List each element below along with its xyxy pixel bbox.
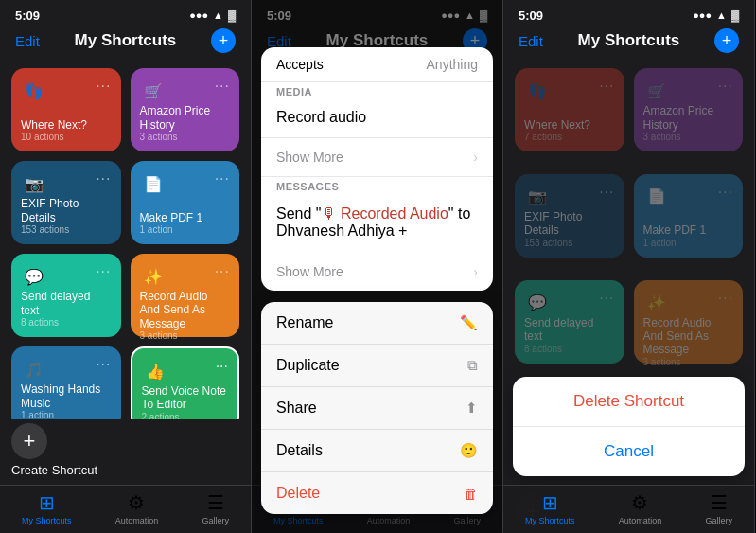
tab-automation-left[interactable]: ⚙ Automation: [115, 491, 159, 525]
card-label-r6: Record Audio And Send As Message: [643, 316, 734, 357]
automation-icon-r: ⚙: [631, 491, 648, 514]
record-audio-row[interactable]: Record audio: [261, 98, 493, 138]
section-media-label: MEDIA: [261, 82, 493, 98]
card-label-amazon: Amazon Price History: [140, 104, 231, 132]
context-menu: Rename ✏️ Duplicate ⧉ Share ⬆ Details 🙂 …: [261, 302, 493, 514]
ctx-rename-label: Rename: [276, 314, 333, 331]
card-actions-where-next: 10 actions: [21, 132, 112, 142]
card-more-record[interactable]: ···: [215, 263, 230, 280]
card-where-next-right[interactable]: 👣 ··· Where Next? 7 actions: [515, 68, 624, 151]
card-amazon-right[interactable]: 🛒 ··· Amazon Price History 3 actions: [634, 68, 744, 151]
tab-gallery-right[interactable]: ☰ Gallery: [705, 491, 732, 525]
time-left: 5:09: [15, 9, 40, 23]
battery-icon: ▓: [228, 9, 236, 21]
card-pdf-left[interactable]: 📄 ··· Make PDF 1 1 action: [131, 161, 240, 244]
ctx-rename[interactable]: Rename ✏️: [261, 302, 493, 345]
card-label-washing: Washing Hands Music: [21, 382, 112, 410]
edit-button-left[interactable]: Edit: [15, 33, 40, 49]
card-icon-voice: 👍: [142, 358, 168, 384]
battery-icon-r: ▓: [731, 9, 739, 21]
my-shortcuts-icon-r: ⊞: [542, 491, 558, 514]
card-label-r2: Amazon Price History: [643, 104, 734, 132]
gallery-tab-label: Gallery: [202, 516, 229, 525]
card-actions-r4: 1 action: [643, 238, 734, 248]
status-bar-left: 5:09 ●●● ▲ ▓: [0, 0, 251, 27]
nav-bar-right: Edit My Shortcuts +: [503, 27, 754, 61]
chevron-right-1: ›: [473, 150, 478, 165]
card-actions-r2: 3 actions: [643, 132, 734, 142]
ctx-duplicate[interactable]: Duplicate ⧉: [261, 345, 493, 387]
cancel-label: Cancel: [604, 442, 654, 460]
my-shortcuts-tab-label-r: My Shortcuts: [525, 516, 575, 525]
ctx-share-label: Share: [276, 400, 317, 417]
card-more-where-next[interactable]: ···: [96, 78, 111, 95]
card-more-washing[interactable]: ···: [96, 356, 111, 373]
card-actions-r5: 8 actions: [524, 344, 615, 354]
card-more-amazon[interactable]: ···: [215, 78, 230, 95]
page-title-left: My Shortcuts: [75, 31, 177, 50]
my-shortcuts-icon: ⊞: [39, 491, 55, 514]
card-label-pdf: Make PDF 1: [140, 211, 231, 224]
card-actions-delayed: 8 actions: [21, 317, 112, 328]
ctx-delete[interactable]: Delete 🗑: [261, 472, 493, 514]
card-delayed-right[interactable]: 💬 ··· Send delayed text 8 actions: [515, 280, 624, 364]
card-voice-left[interactable]: 👍 ··· Send Voice Note To Editor 2 action…: [131, 346, 240, 419]
status-bar-right: 5:09 ●●● ▲ ▓: [503, 0, 754, 27]
gallery-icon: ☰: [207, 491, 224, 514]
ctx-delete-label: Delete: [276, 485, 320, 502]
show-more-2-text: Show More: [276, 264, 343, 279]
tab-my-shortcuts-right[interactable]: ⊞ My Shortcuts: [525, 491, 575, 525]
edit-button-right[interactable]: Edit: [519, 33, 543, 49]
chevron-right-2: ›: [473, 264, 478, 279]
card-actions-record: 3 actions: [140, 330, 231, 341]
gallery-icon-r: ☰: [711, 491, 728, 514]
card-washing-left[interactable]: 🎵 ··· Washing Hands Music 1 action: [11, 346, 121, 419]
show-more-1-row[interactable]: Show More ›: [261, 138, 493, 177]
left-panel: 5:09 ●●● ▲ ▓ Edit My Shortcuts + 👣 ··· W…: [0, 0, 252, 533]
card-more-pdf[interactable]: ···: [215, 170, 230, 187]
card-label-where-next: Where Next?: [21, 118, 112, 132]
ctx-share[interactable]: Share ⬆: [261, 387, 493, 430]
card-more-exif[interactable]: ···: [96, 170, 111, 187]
add-shortcut-button-left[interactable]: +: [211, 28, 236, 53]
card-amazon-left[interactable]: 🛒 ··· Amazon Price History 3 actions: [131, 68, 240, 151]
card-record-left[interactable]: ✨ ··· Record Audio And Send As Message 3…: [131, 254, 240, 337]
preview-sheet: Accepts Anything MEDIA Record audio Show…: [261, 47, 493, 291]
shortcuts-grid-left: 👣 ··· Where Next? 10 actions 🛒 ··· Amazo…: [0, 61, 251, 419]
card-icon-amazon: 🛒: [140, 78, 167, 104]
tab-bar-left: ⊞ My Shortcuts ⚙ Automation ☰ Gallery: [0, 485, 251, 533]
send-text: Send "🎙 Recorded Audio" to Dhvanesh Adhi…: [276, 205, 470, 239]
tab-automation-right[interactable]: ⚙ Automation: [619, 491, 662, 525]
tab-gallery-left[interactable]: ☰ Gallery: [202, 491, 229, 525]
card-label-r4: Make PDF 1: [643, 223, 734, 237]
card-more-delayed[interactable]: ···: [96, 263, 111, 280]
card-actions-amazon: 3 actions: [140, 132, 231, 142]
card-pdf-right[interactable]: 📄 ··· Make PDF 1 1 action: [634, 174, 744, 258]
details-icon: 🙂: [460, 442, 478, 459]
card-more-voice[interactable]: ···: [216, 358, 228, 375]
card-label-delayed: Send delayed text: [21, 290, 112, 317]
card-label-exif: EXIF Photo Details: [21, 197, 112, 224]
share-icon: ⬆: [466, 400, 478, 417]
card-exif-left[interactable]: 📷 ··· EXIF Photo Details 153 actions: [11, 161, 121, 244]
card-delayed-left[interactable]: 💬 ··· Send delayed text 8 actions: [11, 254, 121, 337]
show-more-2-row[interactable]: Show More ›: [261, 253, 493, 291]
cancel-delete-button[interactable]: Cancel: [513, 427, 745, 476]
card-where-next-left[interactable]: 👣 ··· Where Next? 10 actions: [11, 68, 121, 151]
ctx-details[interactable]: Details 🙂: [261, 430, 493, 472]
card-label-r1: Where Next?: [524, 118, 615, 132]
add-shortcut-button-right[interactable]: +: [714, 28, 739, 53]
add-button-left[interactable]: +: [11, 423, 47, 459]
automation-tab-label-r: Automation: [619, 516, 662, 525]
card-exif-right[interactable]: 📷 ··· EXIF Photo Details 153 actions: [515, 174, 624, 258]
ctx-duplicate-label: Duplicate: [276, 357, 340, 374]
delete-shortcut-label: Delete Shortcut: [573, 392, 684, 410]
card-icon-exif: 📷: [21, 170, 47, 197]
card-icon-pdf: 📄: [140, 170, 167, 197]
gallery-tab-label-r: Gallery: [705, 516, 732, 525]
tab-my-shortcuts-left[interactable]: ⊞ My Shortcuts: [22, 491, 72, 525]
delete-shortcut-button[interactable]: Delete Shortcut: [513, 377, 745, 427]
record-audio-text: Record audio: [276, 109, 366, 126]
card-record-right[interactable]: ✨ ··· Record Audio And Send As Message 3…: [634, 280, 744, 364]
card-actions-voice: 2 actions: [142, 412, 229, 419]
